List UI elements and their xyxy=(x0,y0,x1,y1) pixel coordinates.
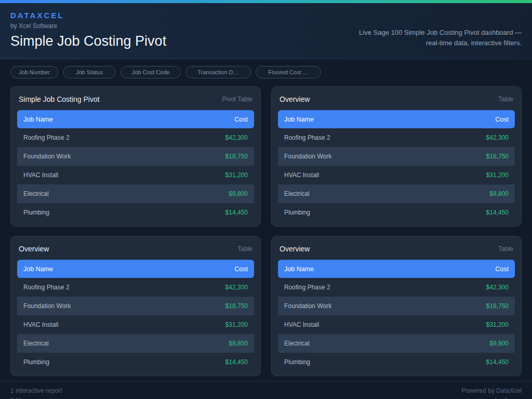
cost-cell: $18,750 xyxy=(225,153,248,160)
card-type-badge: Table xyxy=(237,245,252,252)
footer-website: xcel.software xyxy=(462,396,522,399)
table-row[interactable]: Electrical $9,800 xyxy=(278,184,515,203)
job-name-cell: Plumbing xyxy=(284,209,310,216)
cost-cell: $14,450 xyxy=(225,358,248,366)
cost-cell: $14,450 xyxy=(486,209,509,216)
table-row[interactable]: HVAC Install $31,200 xyxy=(17,315,254,334)
cost-cell: $14,450 xyxy=(486,358,509,366)
job-name-cell: Electrical xyxy=(284,340,310,347)
cost-cell: $42,300 xyxy=(486,134,509,141)
footer-filter-count: 5 filter parameters xyxy=(10,396,62,399)
card-title: Simple Job Costing Pivot xyxy=(19,95,100,103)
table-body: Roofing Phase 2 $42,300 Foundation Work … xyxy=(17,278,254,371)
table-row[interactable]: Roofing Phase 2 $42,300 xyxy=(17,278,254,297)
job-name-cell: Foundation Work xyxy=(23,302,71,310)
cost-cell: $31,200 xyxy=(225,171,248,179)
column-header-job-name[interactable]: Job Name xyxy=(23,265,53,273)
cost-cell: $31,200 xyxy=(486,321,509,328)
report-card: Overview Table Job Name Cost Roofing Pha… xyxy=(10,236,261,376)
table-row[interactable]: Roofing Phase 2 $42,300 xyxy=(278,128,515,147)
job-name-cell: Foundation Work xyxy=(284,302,331,310)
table-row[interactable]: Plumbing $14,450 xyxy=(17,353,254,371)
card-header: Overview Table xyxy=(278,243,515,260)
cost-cell: $18,750 xyxy=(225,302,248,310)
job-name-cell: Roofing Phase 2 xyxy=(23,134,70,141)
column-header-job-name[interactable]: Job Name xyxy=(284,265,314,273)
job-name-cell: Electrical xyxy=(23,190,49,197)
cost-cell: $9,800 xyxy=(489,340,509,347)
card-type-badge: Table xyxy=(498,96,513,103)
filter-chip[interactable]: Job Cost Code xyxy=(121,66,181,78)
column-header-cost[interactable]: Cost xyxy=(234,116,248,123)
card-header: Overview Table xyxy=(17,243,254,260)
column-header-cost[interactable]: Cost xyxy=(495,265,509,273)
table-header-row: Job Name Cost xyxy=(17,110,254,128)
job-name-cell: Electrical xyxy=(23,340,49,347)
column-header-job-name[interactable]: Job Name xyxy=(23,116,53,123)
card-title: Overview xyxy=(280,95,310,103)
report-card: Overview Table Job Name Cost Roofing Pha… xyxy=(271,236,522,376)
job-name-cell: Roofing Phase 2 xyxy=(23,284,70,291)
table-row[interactable]: Foundation Work $18,750 xyxy=(278,147,515,166)
header-tagline: Live Sage 100 Simple Job Costing Pivot d… xyxy=(359,28,522,48)
table-body: Roofing Phase 2 $42,300 Foundation Work … xyxy=(278,278,515,371)
cost-cell: $9,800 xyxy=(489,190,509,197)
job-name-cell: HVAC Install xyxy=(284,171,319,179)
job-name-cell: HVAC Install xyxy=(284,321,319,328)
table-row[interactable]: HVAC Install $31,200 xyxy=(278,166,515,184)
filter-chip[interactable]: Transaction D… xyxy=(185,66,251,78)
cost-cell: $31,200 xyxy=(225,321,248,328)
header-tagline-line1: Live Sage 100 Simple Job Costing Pivot d… xyxy=(359,28,522,38)
card-type-badge: Table xyxy=(498,245,513,252)
job-name-cell: Roofing Phase 2 xyxy=(284,134,330,141)
table-row[interactable]: Electrical $9,800 xyxy=(17,184,254,203)
table-row[interactable]: HVAC Install $31,200 xyxy=(278,315,515,334)
card-header: Overview Table xyxy=(278,93,515,110)
job-name-cell: Plumbing xyxy=(23,209,49,216)
table-row[interactable]: Roofing Phase 2 $42,300 xyxy=(278,278,515,297)
table-header-row: Job Name Cost xyxy=(17,260,254,278)
dashboard-grid: Simple Job Costing Pivot Pivot Table Job… xyxy=(0,78,532,376)
job-name-cell: Plumbing xyxy=(23,358,49,366)
table-row[interactable]: Electrical $9,800 xyxy=(17,334,254,353)
cost-cell: $9,800 xyxy=(229,190,248,197)
card-type-badge: Pivot Table xyxy=(222,96,252,103)
filter-chip[interactable]: Floored Cost … xyxy=(256,66,321,78)
cost-cell: $18,750 xyxy=(486,153,509,160)
card-header: Simple Job Costing Pivot Pivot Table xyxy=(17,93,254,110)
footer-report-count: 1 interactive report xyxy=(10,386,62,396)
cost-cell: $9,800 xyxy=(229,340,248,347)
table-body: Roofing Phase 2 $42,300 Foundation Work … xyxy=(278,128,515,222)
footer-powered-by: Powered by DataXcel xyxy=(462,386,522,396)
column-header-job-name[interactable]: Job Name xyxy=(284,116,314,123)
column-header-cost[interactable]: Cost xyxy=(234,265,248,273)
table-header-row: Job Name Cost xyxy=(278,110,515,128)
cost-cell: $42,300 xyxy=(486,284,509,291)
table-row[interactable]: Foundation Work $18,750 xyxy=(278,297,515,315)
table-row[interactable]: Roofing Phase 2 $42,300 xyxy=(17,128,254,147)
column-header-cost[interactable]: Cost xyxy=(495,116,509,123)
app-header: DATAXCEL by Xcel Software Simple Job Cos… xyxy=(0,3,532,59)
filter-chip[interactable]: Job Status xyxy=(63,66,116,78)
cost-cell: $42,300 xyxy=(225,284,248,291)
table-row[interactable]: HVAC Install $31,200 xyxy=(17,166,254,184)
table-row[interactable]: Plumbing $14,450 xyxy=(17,203,254,222)
card-title: Overview xyxy=(19,245,49,253)
job-name-cell: Foundation Work xyxy=(284,153,331,160)
job-name-cell: Foundation Work xyxy=(23,153,71,160)
report-card: Simple Job Costing Pivot Pivot Table Job… xyxy=(10,86,261,227)
footer-summary: 1 interactive report 5 filter parameters xyxy=(10,386,62,399)
table-body: Roofing Phase 2 $42,300 Foundation Work … xyxy=(17,128,254,222)
filter-chip-bar: Job Number Job Status Job Cost Code Tran… xyxy=(0,59,532,78)
table-row[interactable]: Foundation Work $18,750 xyxy=(17,147,254,166)
table-row[interactable]: Plumbing $14,450 xyxy=(278,203,515,222)
job-name-cell: HVAC Install xyxy=(23,321,58,328)
job-name-cell: Electrical xyxy=(284,190,310,197)
table-row[interactable]: Electrical $9,800 xyxy=(278,334,515,353)
cost-cell: $18,750 xyxy=(486,302,509,310)
table-row[interactable]: Foundation Work $18,750 xyxy=(17,297,254,315)
footer-credit: Powered by DataXcel xcel.software xyxy=(462,386,522,399)
filter-chip[interactable]: Job Number xyxy=(10,66,58,78)
table-row[interactable]: Plumbing $14,450 xyxy=(278,353,515,371)
brand-logo: DATAXCEL xyxy=(10,11,522,20)
